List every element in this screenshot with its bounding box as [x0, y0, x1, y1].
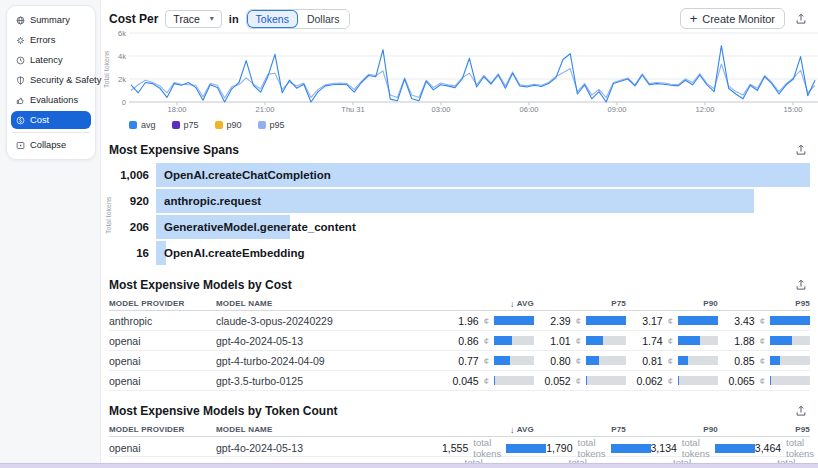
export-spans-button[interactable]	[792, 142, 810, 158]
metric-value: 0.85	[734, 355, 754, 367]
metric-bar-track	[494, 376, 534, 385]
export-icon	[795, 144, 807, 156]
metric-unit: ¢	[576, 375, 581, 386]
model-name-cell: gpt-4o-2024-05-13	[216, 335, 442, 347]
legend-item-p75[interactable]: p75	[172, 120, 199, 130]
legend-item-p90[interactable]: p90	[215, 120, 242, 130]
token-table-title: Most Expensive Models by Token Count	[109, 404, 337, 418]
metric-bar-fill	[770, 356, 780, 365]
col-avg[interactable]: ↓AVG	[442, 425, 534, 435]
metric-value: 3,134	[651, 442, 677, 454]
metric-unit: ¢	[576, 315, 581, 326]
sidebar-item-errors[interactable]: Errors	[11, 31, 91, 49]
table-row[interactable]: openaigpt-3.5-turbo-01250.045¢0.052¢0.06…	[109, 371, 810, 391]
sidebar-item-latency[interactable]: Latency	[11, 51, 91, 69]
metric-unit: ¢	[484, 335, 489, 346]
col-p95[interactable]: P95	[718, 299, 810, 308]
cost-table-header: Most Expensive Models by Cost	[109, 277, 810, 293]
sidebar-item-label: Errors	[30, 35, 55, 45]
col-p90[interactable]: P90	[626, 299, 718, 308]
metric-unit: ¢	[576, 355, 581, 366]
metric-value: 0.77	[458, 355, 478, 367]
metric-bar-track	[770, 336, 810, 345]
metric-value: 0.052	[544, 375, 570, 387]
metric-cell: 0.86¢	[442, 335, 534, 347]
metric-cell: 0.80¢	[534, 355, 626, 367]
export-token-table-button[interactable]	[792, 403, 810, 419]
sidebar-items: SummaryErrorsLatencySecurity & SafetyEva…	[10, 11, 92, 129]
model-provider-cell: openai	[109, 375, 216, 387]
x-tick-label: Thu 31	[335, 105, 371, 114]
chevron-down-icon: ▾	[210, 14, 214, 23]
x-tick-label: 15:00	[775, 105, 811, 114]
series-avg-line	[131, 46, 815, 102]
sidebar-item-summary[interactable]: Summary	[11, 11, 91, 29]
col-p90[interactable]: P90	[626, 425, 718, 434]
metric-unit: ¢	[760, 315, 765, 326]
sidebar-collapse-button[interactable]: Collapse	[11, 136, 91, 154]
metric-unit: ¢	[576, 335, 581, 346]
table-row[interactable]: openaigpt-4o-2024-05-131,555total tokens…	[109, 437, 810, 457]
x-tick-label: 09:00	[599, 105, 635, 114]
export-cost-table-button[interactable]	[792, 277, 810, 293]
col-p95[interactable]: P95	[718, 425, 810, 434]
sort-desc-icon: ↓	[510, 299, 515, 309]
y-tick-label: 0	[112, 98, 126, 107]
metric-value: 3,464	[755, 442, 781, 454]
legend-item-avg[interactable]: avg	[129, 120, 156, 130]
col-model-provider: MODEL PROVIDER	[109, 425, 216, 434]
metric-cell: 0.052¢	[534, 375, 626, 387]
create-monitor-button[interactable]: + Create Monitor	[680, 8, 785, 29]
span-label: GenerativeModel.generate_content	[164, 215, 356, 239]
metric-cell: 3,134total tokens	[651, 437, 755, 459]
metric-bar-fill	[586, 336, 603, 345]
metric-value: 0.80	[550, 355, 570, 367]
tokens-toggle-button[interactable]: Tokens	[247, 10, 298, 28]
metric-value: 1.01	[550, 335, 570, 347]
col-avg[interactable]: ↓AVG	[442, 299, 534, 309]
in-label: in	[229, 13, 239, 25]
export-chart-button[interactable]	[792, 11, 810, 27]
metric-bar-track	[678, 336, 718, 345]
trace-dropdown[interactable]: Trace ▾	[165, 10, 221, 28]
spans-section-title: Most Expensive Spans	[109, 143, 239, 157]
sidebar-item-security-safety[interactable]: Security & Safety	[11, 71, 91, 89]
globe-icon	[16, 16, 25, 25]
metric-bar-fill	[506, 444, 546, 453]
export-icon	[795, 13, 807, 25]
export-icon	[795, 279, 807, 291]
metric-unit: ¢	[484, 315, 489, 326]
metric-bar-fill	[494, 356, 510, 365]
model-provider-cell: openai	[109, 442, 216, 454]
col-p75[interactable]: P75	[534, 299, 626, 308]
col-p75[interactable]: P75	[534, 425, 626, 434]
sidebar-item-evaluations[interactable]: Evaluations	[11, 91, 91, 109]
metric-bar-track	[770, 376, 810, 385]
metric-bar-fill	[586, 316, 626, 325]
metric-bar-track	[586, 336, 626, 345]
metric-bar-fill	[770, 316, 810, 325]
metric-value: 1.96	[458, 315, 478, 327]
table-row[interactable]: openaigpt-4o-2024-05-130.86¢1.01¢1.74¢1.…	[109, 331, 810, 351]
metric-cell: 1,555total tokens	[442, 437, 546, 459]
model-provider-cell: openai	[109, 355, 216, 367]
table-row[interactable]: openaigpt-4-turbo-2024-04-090.77¢0.80¢0.…	[109, 351, 810, 371]
span-value: 16	[109, 247, 149, 259]
y-tick-label: 4k	[112, 52, 126, 61]
col-model-name: MODEL NAME	[216, 299, 442, 308]
legend-swatch	[129, 121, 137, 129]
legend-item-p95[interactable]: p95	[258, 120, 285, 130]
y-tick-label: 2k	[112, 75, 126, 84]
dollars-toggle-button[interactable]: Dollars	[298, 10, 349, 28]
metric-value: 0.86	[458, 335, 478, 347]
metric-cell: 1.96¢	[442, 315, 534, 327]
legend-label: avg	[141, 120, 156, 130]
metric-value: 3.43	[734, 315, 754, 327]
sidebar-item-label: Cost	[30, 115, 49, 125]
sidebar-item-cost[interactable]: Cost	[11, 111, 91, 129]
span-label: anthropic.request	[164, 189, 261, 213]
table-row[interactable]: anthropicclaude-3-opus-202402291.96¢2.39…	[109, 311, 810, 331]
metric-unit: total tokens	[682, 437, 710, 459]
line-chart-plot[interactable]	[129, 32, 818, 106]
span-value: 206	[109, 221, 149, 233]
